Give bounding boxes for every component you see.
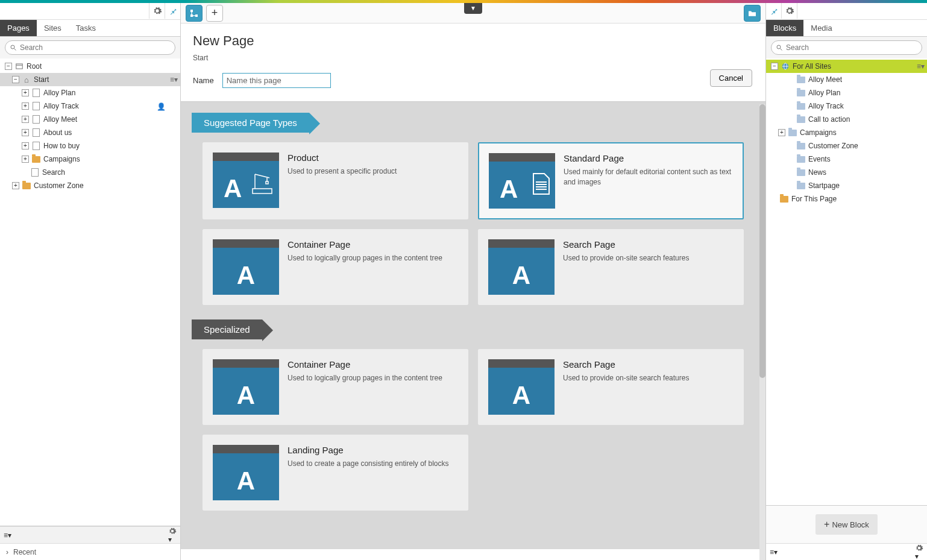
svg-point-18: [777, 45, 781, 49]
card-desc: Used to present a specific product: [288, 166, 397, 177]
tree-label: Events: [808, 155, 831, 163]
settings-gear-icon[interactable]: ▾: [915, 544, 923, 561]
tree-item-alloy-meet[interactable]: + Alloy Meet: [0, 113, 180, 126]
card-desc: Used to logically group pages in the con…: [288, 373, 442, 383]
svg-rect-9: [253, 189, 272, 193]
cancel-button[interactable]: Cancel: [710, 69, 752, 87]
tree-label: Alloy Meet: [43, 115, 77, 124]
tree-item-search[interactable]: Search: [0, 166, 180, 179]
tab-pages[interactable]: Pages: [0, 20, 37, 36]
collapse-icon[interactable]: −: [5, 63, 12, 70]
collapse-icon[interactable]: −: [771, 63, 778, 70]
tree-item-customer-zone[interactable]: + Customer Zone: [0, 179, 180, 192]
globe-icon: [781, 62, 790, 71]
left-search-input[interactable]: [5, 40, 175, 55]
card-title: Standard Page: [564, 153, 733, 163]
folder-icon: [796, 89, 806, 97]
top-toggle-button[interactable]: ▼: [464, 3, 482, 14]
right-panel: Blocks Media − For All Sites ≡▾ Alloy Me…: [765, 3, 927, 560]
svg-line-19: [781, 49, 782, 51]
expand-icon[interactable]: +: [22, 116, 29, 123]
expand-icon[interactable]: +: [22, 156, 29, 163]
settings-gear-icon[interactable]: ▾: [168, 527, 177, 544]
left-toolbar: ≡▾ ▾: [0, 526, 180, 543]
tab-blocks[interactable]: Blocks: [766, 20, 803, 36]
tree-item-alloy-track[interactable]: + Alloy Track 👤: [0, 99, 180, 113]
file-icon: [30, 168, 40, 177]
folder-icon: [796, 102, 806, 110]
expand-icon[interactable]: +: [12, 182, 19, 189]
card-title: Container Page: [288, 359, 442, 370]
center-panel: ▼ + New Page Start Cancel Name: [181, 3, 765, 560]
tree-label: Alloy Meet: [808, 75, 842, 84]
list-menu-icon[interactable]: ≡▾: [4, 531, 11, 540]
left-pin-button[interactable]: [165, 3, 180, 19]
tree-label: Campaigns: [43, 155, 80, 163]
folder-icon: [796, 115, 806, 124]
tree-item-alloy-track[interactable]: Alloy Track: [766, 99, 927, 113]
tree-item-alloy-meet[interactable]: Alloy Meet: [766, 73, 927, 86]
expand-icon[interactable]: +: [22, 129, 29, 136]
card-container[interactable]: A Container Page Used to logically group…: [203, 229, 468, 305]
card-search[interactable]: A Search Page Used to provide on-site se…: [478, 229, 744, 305]
collapse-icon[interactable]: −: [12, 76, 19, 83]
search-icon: [10, 44, 17, 51]
folder-icon: [796, 181, 806, 190]
chevron-right-icon: ›: [6, 548, 8, 556]
tree-item-alloy-plan[interactable]: + Alloy Plan: [0, 86, 180, 99]
tree-label: Campaigns: [800, 128, 837, 137]
tree-item-startpage[interactable]: Startpage: [766, 179, 927, 192]
expand-icon[interactable]: +: [22, 89, 29, 96]
add-button[interactable]: +: [206, 5, 223, 22]
name-input[interactable]: [222, 73, 331, 88]
card-title: Search Page: [563, 359, 689, 370]
right-pin-button[interactable]: [766, 3, 782, 19]
right-settings-button[interactable]: [782, 3, 797, 19]
tree-item-campaigns[interactable]: + Campaigns: [0, 153, 180, 166]
tab-sites[interactable]: Sites: [37, 20, 69, 36]
expand-icon[interactable]: +: [22, 102, 29, 110]
new-block-button[interactable]: + New Block: [815, 514, 878, 535]
card-search-2[interactable]: A Search Page Used to provide on-site se…: [478, 349, 744, 425]
context-menu-icon[interactable]: ≡▾: [170, 75, 178, 84]
context-menu-icon[interactable]: ≡▾: [917, 62, 925, 71]
tree-root[interactable]: − Root: [0, 60, 180, 73]
tree-item-about-us[interactable]: + About us: [0, 126, 180, 139]
card-landing[interactable]: A Landing Page Used to create a page con…: [203, 435, 468, 511]
folder-view-button[interactable]: [744, 5, 761, 22]
tree-item-events[interactable]: Events: [766, 153, 927, 166]
tree-label: Root: [27, 62, 42, 71]
folder-icon: [788, 128, 797, 137]
card-desc: Used to create a page consisting entirel…: [288, 459, 448, 469]
scrollbar[interactable]: [759, 104, 765, 560]
expand-icon[interactable]: +: [22, 142, 29, 149]
tree-item-customer-zone[interactable]: Customer Zone: [766, 139, 927, 153]
expand-icon[interactable]: +: [778, 129, 785, 136]
tree-for-this-page[interactable]: For This Page: [766, 192, 927, 206]
name-label: Name: [193, 76, 214, 85]
card-container-2[interactable]: A Container Page Used to logically group…: [203, 349, 468, 425]
tree-start[interactable]: − ⌂ Start ≡▾: [0, 73, 180, 86]
tree-item-how-to-buy[interactable]: + How to buy: [0, 139, 180, 153]
tab-media[interactable]: Media: [803, 20, 839, 36]
card-title: Landing Page: [288, 445, 448, 455]
card-desc: Used to provide on-site search features: [563, 253, 689, 263]
recent-panel-toggle[interactable]: › Recent: [0, 543, 180, 560]
left-settings-button[interactable]: [149, 3, 165, 19]
tree-view-button[interactable]: [186, 5, 203, 22]
right-search-input[interactable]: [771, 40, 922, 55]
card-thumb: A: [213, 445, 279, 500]
tree-item-news[interactable]: News: [766, 166, 927, 179]
card-standard[interactable]: A Standard Page Used mainly for default …: [478, 142, 744, 219]
tree-item-campaigns[interactable]: +Campaigns: [766, 126, 927, 139]
list-menu-icon[interactable]: ≡▾: [770, 548, 778, 556]
tab-tasks[interactable]: Tasks: [69, 20, 103, 36]
svg-line-11: [255, 174, 269, 178]
svg-rect-2: [16, 64, 23, 69]
tree-label: For This Page: [791, 195, 837, 203]
tree-item-call-to-action[interactable]: Call to action: [766, 113, 927, 126]
card-product[interactable]: A Product Used to present a specific pro…: [203, 142, 468, 219]
tree-item-alloy-plan[interactable]: Alloy Plan: [766, 86, 927, 99]
tree-for-all-sites[interactable]: − For All Sites ≡▾: [766, 60, 927, 73]
card-title: Search Page: [563, 239, 689, 250]
